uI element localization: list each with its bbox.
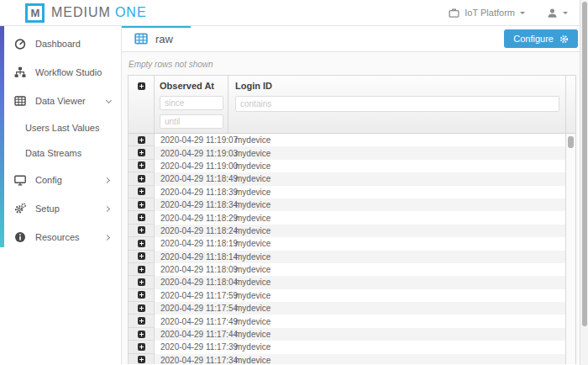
expand-row-button[interactable] bbox=[129, 315, 155, 327]
topbar-right: IoT Platform bbox=[449, 8, 568, 19]
sidebar-item-data-viewer[interactable]: Data Viewer bbox=[0, 87, 121, 115]
expand-row-button[interactable] bbox=[129, 172, 155, 185]
sidebar-item-dashboard[interactable]: Dashboard bbox=[0, 29, 121, 58]
chevron-right-icon bbox=[104, 177, 110, 182]
platform-menu-label: IoT Platform bbox=[465, 8, 515, 18]
top-bar: M MEDIUM ONE IoT Platform bbox=[0, 0, 588, 26]
login-id-cell: mydevice bbox=[228, 263, 565, 276]
table-scrollbar-thumb[interactable] bbox=[568, 136, 574, 148]
sidebar-item-resources[interactable]: Resources bbox=[0, 223, 121, 251]
table-row: 2020-04-29 11:17:44 mydevice bbox=[129, 328, 565, 341]
configure-button[interactable]: Configure bbox=[504, 29, 578, 48]
login-id-cell: mydevice bbox=[228, 172, 565, 185]
observed-at-cell: 2020-04-29 11:18:19 bbox=[155, 237, 228, 250]
observed-at-cell: 2020-04-29 11:18:39 bbox=[155, 186, 228, 198]
login-id-cell: mydevice bbox=[228, 276, 565, 288]
login-id-cell: mydevice bbox=[228, 186, 565, 198]
plus-icon bbox=[138, 161, 145, 169]
plus-icon bbox=[138, 226, 145, 234]
sidebar-item-data-streams[interactable]: Data Streams bbox=[0, 140, 121, 166]
sidebar-item-setup[interactable]: Setup bbox=[0, 194, 121, 223]
login-id-cell: mydevice bbox=[228, 160, 565, 172]
expand-row-button[interactable] bbox=[129, 328, 155, 341]
expand-row-button[interactable] bbox=[129, 186, 155, 198]
table-grid-icon bbox=[14, 95, 27, 107]
observed-at-cell: 2020-04-29 11:17:49 bbox=[155, 315, 228, 327]
table-body: 2020-04-29 11:19:07 mydevice 2020-04-29 … bbox=[129, 134, 575, 364]
data-table: Observed At Login ID bbox=[128, 75, 576, 364]
brand-mark-icon: M bbox=[25, 3, 45, 23]
table-row: 2020-04-29 11:19:03 mydevice bbox=[129, 146, 565, 159]
plus-icon bbox=[138, 252, 145, 260]
column-login-id: Login ID bbox=[228, 76, 566, 133]
plus-icon bbox=[138, 149, 145, 156]
page-title: raw bbox=[155, 33, 173, 45]
table-row: 2020-04-29 11:19:00 mydevice bbox=[129, 160, 565, 172]
observed-at-cell: 2020-04-29 11:17:39 bbox=[155, 341, 228, 353]
table-scrollbar[interactable] bbox=[565, 134, 575, 364]
page-layout: Dashboard Workflow Studio Data Viewer Us… bbox=[0, 26, 588, 364]
table-row: 2020-04-29 11:19:07 mydevice bbox=[129, 134, 565, 146]
expand-row-button[interactable] bbox=[129, 198, 155, 211]
contains-filter-input[interactable] bbox=[235, 96, 559, 112]
until-filter-input[interactable] bbox=[160, 114, 223, 129]
sidebar-item-workflow-studio[interactable]: Workflow Studio bbox=[0, 58, 121, 87]
expand-row-button[interactable] bbox=[129, 134, 155, 146]
platform-menu[interactable]: IoT Platform bbox=[449, 8, 525, 19]
desktop-icon bbox=[14, 174, 27, 186]
sidebar-item-label: Workflow Studio bbox=[35, 67, 102, 77]
login-id-cell: mydevice bbox=[228, 302, 565, 315]
expand-row-button[interactable] bbox=[129, 160, 155, 172]
observed-at-cell: 2020-04-29 11:18:14 bbox=[155, 251, 228, 263]
login-id-cell: mydevice bbox=[228, 134, 565, 146]
observed-at-cell: 2020-04-29 11:19:03 bbox=[155, 146, 228, 159]
table-row: 2020-04-29 11:17:59 mydevice bbox=[129, 289, 565, 302]
sidebar-gradient-strip bbox=[0, 26, 4, 247]
login-id-cell: mydevice bbox=[228, 289, 565, 302]
plus-icon bbox=[138, 240, 145, 247]
page-scrollbar[interactable] bbox=[580, 0, 588, 365]
expand-row-button[interactable] bbox=[129, 146, 155, 159]
sidebar-item-label: Dashboard bbox=[35, 39, 81, 49]
observed-at-cell: 2020-04-29 11:19:07 bbox=[155, 134, 228, 146]
caret-down-icon bbox=[563, 12, 568, 17]
observed-at-cell: 2020-04-29 11:18:29 bbox=[155, 211, 228, 224]
observed-at-cell: 2020-04-29 11:17:34 bbox=[155, 354, 228, 364]
table-row: 2020-04-29 11:18:24 mydevice bbox=[129, 225, 565, 237]
expand-row-button[interactable] bbox=[129, 354, 155, 364]
observed-at-cell: 2020-04-29 11:17:54 bbox=[155, 302, 228, 315]
login-id-cell: mydevice bbox=[228, 328, 565, 341]
expand-row-button[interactable] bbox=[129, 225, 155, 237]
expand-row-button[interactable] bbox=[129, 276, 155, 288]
sidebar-nav: Dashboard Workflow Studio Data Viewer Us… bbox=[0, 26, 121, 251]
observed-at-cell: 2020-04-29 11:17:44 bbox=[155, 328, 228, 341]
expand-row-button[interactable] bbox=[129, 341, 155, 353]
expand-row-button[interactable] bbox=[129, 302, 155, 315]
table-row: 2020-04-29 11:18:39 mydevice bbox=[129, 186, 565, 198]
user-menu[interactable] bbox=[547, 8, 568, 19]
expand-row-button[interactable] bbox=[129, 237, 155, 250]
column-observed-at: Observed At bbox=[155, 76, 228, 133]
plus-icon bbox=[138, 188, 145, 195]
expand-row-button[interactable] bbox=[129, 211, 155, 224]
content-header: raw Configure bbox=[122, 26, 588, 52]
expand-row-button[interactable] bbox=[129, 289, 155, 302]
column-header-label: Login ID bbox=[235, 81, 559, 91]
sidebar-item-users-last-values[interactable]: Users Last Values bbox=[0, 115, 121, 140]
briefcase-icon bbox=[449, 8, 459, 19]
configure-button-label: Configure bbox=[513, 34, 554, 44]
since-filter-input[interactable] bbox=[160, 96, 223, 110]
expand-row-button[interactable] bbox=[129, 263, 155, 276]
expand-row-button[interactable] bbox=[129, 251, 155, 263]
sidebar-item-config[interactable]: Config bbox=[0, 166, 121, 194]
login-id-cell: mydevice bbox=[228, 354, 565, 364]
plus-icon bbox=[138, 82, 145, 90]
login-id-cell: mydevice bbox=[228, 198, 565, 211]
login-id-cell: mydevice bbox=[228, 225, 565, 237]
observed-at-cell: 2020-04-29 11:18:04 bbox=[155, 276, 228, 288]
observed-at-cell: 2020-04-29 11:18:34 bbox=[155, 198, 228, 211]
table-row: 2020-04-29 11:18:49 mydevice bbox=[129, 172, 565, 185]
expand-all-button[interactable] bbox=[129, 76, 155, 133]
plus-icon bbox=[138, 317, 145, 325]
page-scrollbar-thumb[interactable] bbox=[582, 2, 587, 326]
